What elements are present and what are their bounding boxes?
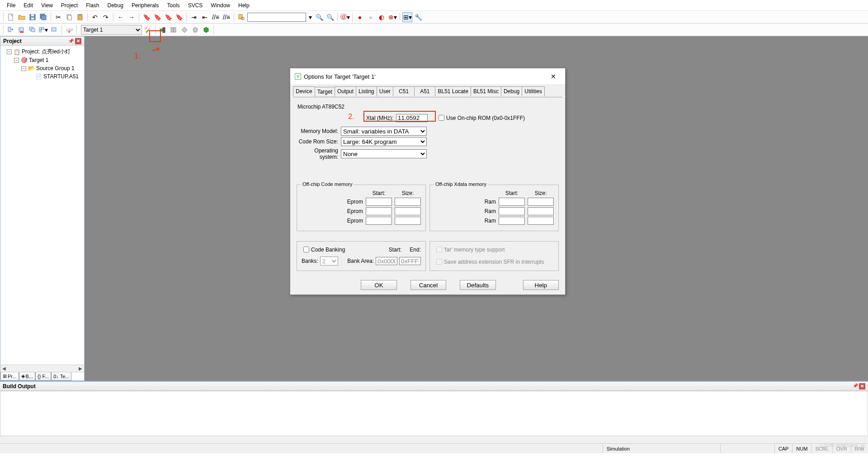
ram2-start-input[interactable]: [499, 207, 525, 215]
ram2-size-input[interactable]: [528, 207, 554, 215]
bookmark-prev-icon[interactable]: 🔖: [152, 12, 162, 22]
save-icon[interactable]: [28, 12, 38, 22]
menu-view[interactable]: View: [37, 1, 57, 10]
bookmark-next-icon[interactable]: 🔖: [163, 12, 173, 22]
breakpoint-icon[interactable]: ●: [355, 12, 365, 22]
eprom1-size-input[interactable]: [395, 198, 421, 206]
build-output-text[interactable]: [0, 391, 868, 436]
rebuild-icon[interactable]: [28, 25, 38, 35]
help-button[interactable]: Help: [523, 280, 559, 290]
memory-model-select[interactable]: Small: variables in DATA: [341, 127, 427, 136]
save-all-icon[interactable]: [38, 12, 48, 22]
menu-flash[interactable]: Flash: [82, 1, 103, 10]
bookmark-clear-icon[interactable]: 🔖: [174, 12, 184, 22]
tab-target[interactable]: Target: [315, 87, 335, 97]
tree-toggle-icon[interactable]: −: [7, 49, 12, 54]
indent-icon[interactable]: ⇥: [189, 12, 199, 22]
find-dropdown-icon[interactable]: ▾: [307, 12, 313, 22]
manage-books-icon[interactable]: [169, 25, 179, 35]
tree-toggle-icon[interactable]: −: [21, 66, 26, 71]
defaults-button[interactable]: Defaults: [460, 280, 495, 290]
bookmark-icon[interactable]: 🔖: [142, 12, 151, 22]
menu-tools[interactable]: Tools: [163, 1, 184, 10]
ram1-size-input[interactable]: [528, 198, 554, 206]
build-scroll-h[interactable]: [0, 436, 868, 443]
tab-bl51-misc[interactable]: BL51 Misc: [471, 86, 501, 96]
tab-debug[interactable]: Debug: [501, 86, 522, 96]
ram3-size-input[interactable]: [528, 217, 554, 225]
options-target-icon[interactable]: [143, 25, 153, 35]
cancel-button[interactable]: Cancel: [410, 280, 446, 290]
ram1-start-input[interactable]: [499, 198, 525, 206]
eprom3-size-input[interactable]: [395, 217, 421, 225]
stop-build-icon[interactable]: [49, 25, 59, 35]
panel-close-icon[interactable]: ✕: [859, 383, 865, 390]
eprom3-start-input[interactable]: [366, 217, 392, 225]
menu-edit[interactable]: Edit: [19, 1, 37, 10]
file-ext-icon[interactable]: [158, 25, 168, 35]
ptab-books[interactable]: ◈B...: [19, 372, 36, 380]
tab-listing[interactable]: Listing: [356, 86, 377, 96]
nav-fwd-icon[interactable]: →: [127, 12, 137, 22]
tab-user[interactable]: User: [377, 86, 393, 96]
redo-icon[interactable]: ↷: [101, 12, 111, 22]
ptab-templates[interactable]: 0↓ Te...: [51, 372, 71, 380]
menu-help[interactable]: Help: [234, 1, 254, 10]
eprom2-start-input[interactable]: [366, 207, 392, 215]
ptab-functions[interactable]: {} F...: [35, 372, 51, 380]
window-icon[interactable]: ⊞▾: [402, 12, 412, 22]
tree-scroll-h[interactable]: ◀▶: [0, 365, 84, 372]
eprom1-start-input[interactable]: [366, 198, 392, 206]
debug-icon[interactable]: ⓓ▾: [340, 12, 350, 22]
menu-file[interactable]: File: [3, 1, 19, 10]
uncomment-icon[interactable]: //≡: [222, 12, 231, 22]
menu-window[interactable]: Window: [207, 1, 234, 10]
tree-toggle-icon[interactable]: −: [14, 58, 19, 63]
menu-svcs[interactable]: SVCS: [184, 1, 207, 10]
comment-icon[interactable]: //≡: [211, 12, 221, 22]
tab-device[interactable]: Device: [293, 86, 315, 96]
incremental-find-icon[interactable]: 🔍: [325, 12, 335, 22]
tab-bl51-locate[interactable]: BL51 Locate: [435, 86, 471, 96]
eprom2-size-input[interactable]: [395, 207, 421, 215]
breakpoint-disabled-icon[interactable]: ●: [366, 12, 376, 22]
tab-utilities[interactable]: Utilities: [522, 86, 545, 96]
build-icon[interactable]: [17, 25, 27, 35]
pin-icon[interactable]: 📌: [68, 38, 74, 44]
target-select[interactable]: Target 1: [81, 25, 142, 35]
manage-multi-icon[interactable]: [190, 25, 200, 35]
nav-back-icon[interactable]: ←: [116, 12, 126, 22]
configure-icon[interactable]: 🔧: [413, 12, 423, 22]
project-tree[interactable]: −📋Project: 点亮led小灯 −🎯Target 1 −📂Source G…: [0, 46, 84, 365]
batch-build-icon[interactable]: ▾: [38, 25, 48, 35]
xtal-input[interactable]: [396, 114, 428, 122]
tab-output[interactable]: Output: [335, 86, 356, 96]
panel-close-icon[interactable]: ✕: [75, 38, 81, 44]
find-input[interactable]: [247, 13, 306, 22]
cut-icon[interactable]: ✂: [53, 12, 63, 22]
ptab-project[interactable]: ⊞Pr...: [0, 372, 19, 380]
tab-c51[interactable]: C51: [393, 86, 415, 96]
breakpoint-kill-icon[interactable]: ⊗▾: [387, 12, 397, 22]
dialog-close-icon[interactable]: ✕: [546, 71, 561, 82]
ok-button[interactable]: OK: [361, 280, 396, 290]
menu-project[interactable]: Project: [57, 1, 82, 10]
translate-icon[interactable]: [6, 25, 16, 35]
find-in-files-icon[interactable]: [236, 12, 246, 22]
tab-a51[interactable]: A51: [414, 86, 435, 96]
ram3-start-input[interactable]: [499, 217, 525, 225]
pin-icon[interactable]: 📌: [853, 383, 858, 390]
open-folder-icon[interactable]: [17, 12, 27, 22]
menu-peripherals[interactable]: Peripherals: [127, 1, 163, 10]
paste-icon[interactable]: [75, 12, 85, 22]
download-icon[interactable]: LOAD: [64, 25, 74, 35]
outdent-icon[interactable]: ⇤: [200, 12, 210, 22]
os-select[interactable]: None: [341, 149, 427, 158]
code-rom-select[interactable]: Large: 64K program: [341, 137, 427, 146]
copy-icon[interactable]: [64, 12, 74, 22]
find-icon[interactable]: 🔍: [314, 12, 324, 22]
manage-env-icon[interactable]: [179, 25, 189, 35]
code-banking-checkbox[interactable]: [303, 247, 309, 252]
breakpoint-enable-icon[interactable]: ◐: [377, 12, 387, 22]
new-file-icon[interactable]: [6, 12, 16, 22]
